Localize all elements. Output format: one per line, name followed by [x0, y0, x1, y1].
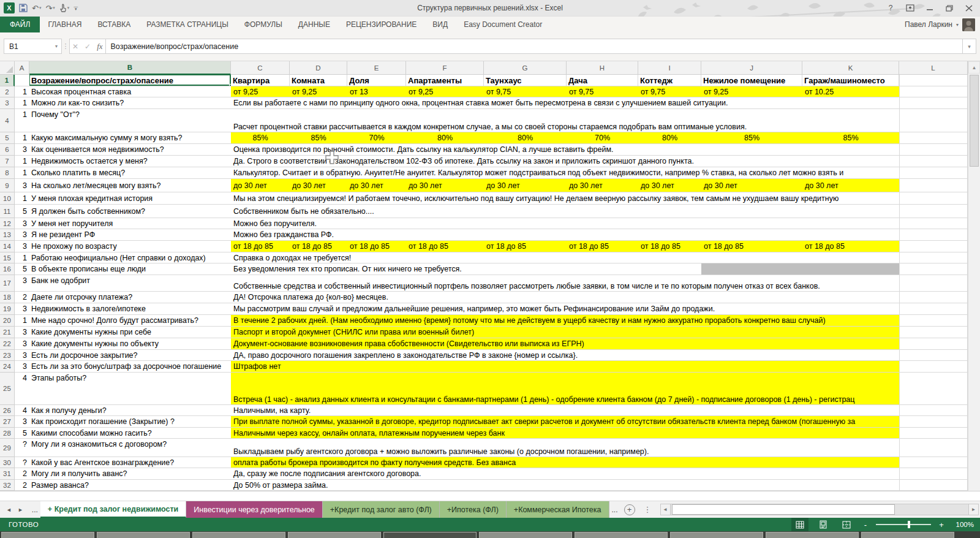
cell-I1[interactable]: Коттедж: [638, 75, 701, 86]
cell-C27[interactable]: При выплате полной суммы, указанной в до…: [231, 416, 899, 428]
cell-L29[interactable]: [899, 439, 968, 457]
cell-C9[interactable]: до 30 лет: [231, 179, 290, 192]
row-header-11[interactable]: 11: [0, 205, 15, 218]
row-header-19[interactable]: 19: [0, 303, 15, 315]
ribbon-tab-вид[interactable]: ВИД: [424, 17, 456, 32]
ribbon-tab-формулы[interactable]: ФОРМУЛЫ: [236, 17, 290, 32]
row-header-23[interactable]: 23: [0, 350, 15, 361]
cell-I2[interactable]: от 9,75: [638, 86, 701, 97]
cell-A32[interactable]: 2: [15, 480, 29, 491]
cell-A7[interactable]: 1: [15, 156, 29, 167]
sheet-tab-4[interactable]: +Коммерческая Ипотека: [507, 501, 609, 518]
cell-L28[interactable]: [899, 428, 968, 439]
cell-G5[interactable]: 80%: [484, 132, 567, 144]
zoom-level[interactable]: 100%: [952, 521, 974, 528]
row-header-26[interactable]: 26: [0, 405, 15, 416]
row-header-6[interactable]: 6: [0, 144, 15, 156]
cell-K9[interactable]: до 30 лет: [802, 179, 899, 192]
horizontal-scroll-thumb[interactable]: [672, 504, 895, 515]
sheet-tab-3[interactable]: +Ипотека (ФЛ): [440, 501, 507, 518]
cell-F5[interactable]: 80%: [406, 132, 484, 144]
cell-A30[interactable]: ?: [15, 457, 29, 468]
cell-A13[interactable]: 3: [15, 229, 29, 241]
row-header-8[interactable]: 8: [0, 167, 15, 179]
cell-H5[interactable]: 70%: [567, 132, 638, 144]
cell-D1[interactable]: Комната: [290, 75, 347, 86]
row-header-10[interactable]: 10: [0, 192, 15, 205]
row-header-28[interactable]: 28: [0, 428, 15, 439]
cell-A6[interactable]: 3: [15, 144, 29, 156]
col-header-A[interactable]: A: [15, 61, 29, 75]
cell-C7[interactable]: Да. Строго в соответствии с законодатель…: [231, 156, 899, 167]
cell-B11[interactable]: Я должен быть собственником?: [29, 205, 231, 218]
cell-I5[interactable]: 80%: [638, 132, 701, 144]
cell-C10[interactable]: Мы на этом специализируемся! И работаем …: [231, 192, 899, 205]
col-header-I[interactable]: I: [638, 61, 701, 75]
taskbar-button[interactable]: [575, 532, 668, 538]
minimize-icon[interactable]: [921, 2, 938, 14]
row-header-31[interactable]: 31: [0, 468, 15, 480]
cell-J16[interactable]: [701, 263, 802, 275]
close-icon[interactable]: [960, 2, 978, 14]
cell-J1[interactable]: Нежилое помещение: [701, 75, 802, 86]
cell-A3[interactable]: 1: [15, 97, 29, 109]
row-header-12[interactable]: 12: [0, 218, 15, 229]
taskbar-button[interactable]: [1, 532, 94, 538]
cell-A1[interactable]: [15, 75, 29, 86]
page-break-view-icon[interactable]: [838, 518, 855, 531]
scroll-left-icon[interactable]: ◄: [660, 504, 671, 515]
cell-B30[interactable]: Какой у вас Агентское вознаграждение?: [29, 457, 231, 468]
cell-A27[interactable]: 3: [15, 416, 29, 428]
cell-H2[interactable]: от 9,75: [567, 86, 638, 97]
cell-L19[interactable]: [899, 303, 968, 315]
row-header-4[interactable]: 4: [0, 109, 15, 132]
cell-B6[interactable]: Как оценивается моя недвижимость?: [29, 144, 231, 156]
row-header-15[interactable]: 15: [0, 252, 15, 263]
cell-F2[interactable]: от 9,25: [406, 86, 484, 97]
worksheet-grid[interactable]: ABCDEFGHIJKL 1Возражение/вопрос/страх/оп…: [0, 61, 968, 491]
cell-B29[interactable]: Могу ли я ознакомиться с договором?: [29, 439, 231, 457]
cell-A17[interactable]: 3: [15, 275, 29, 292]
cell-C26[interactable]: Наличными, на карту.: [231, 405, 899, 416]
add-sheet-icon[interactable]: +: [624, 504, 635, 515]
cell-C11[interactable]: Собственником быть не обязательно....: [231, 205, 899, 218]
cell-E9[interactable]: до 30 лет: [347, 179, 406, 192]
cell-C30[interactable]: оплата работы брокера производится по фа…: [231, 457, 899, 468]
cell-L9[interactable]: [899, 179, 968, 192]
normal-view-icon[interactable]: [791, 518, 809, 531]
cell-C25[interactable]: Встреча (1 час) - анализ данных клиента …: [231, 373, 899, 405]
cell-B19[interactable]: Недвижимость в залоге/ипотеке: [29, 303, 231, 315]
taskbar-button[interactable]: [861, 532, 954, 538]
cell-A22[interactable]: 3: [15, 338, 29, 350]
cell-C23[interactable]: ДА, право досрочного погашения закреплен…: [231, 350, 899, 361]
cell-C24[interactable]: Штрафов нет: [231, 361, 899, 373]
taskbar-button[interactable]: [766, 532, 859, 538]
cell-B7[interactable]: Недвижимость остается у меня?: [29, 156, 231, 167]
cell-C2[interactable]: от 9,25: [231, 86, 290, 97]
cell-A28[interactable]: 5: [15, 428, 29, 439]
cell-B16[interactable]: В объекте прописаны еще люди: [29, 263, 231, 275]
cell-L27[interactable]: [899, 416, 968, 428]
cell-L25[interactable]: [899, 373, 968, 405]
cell-C6[interactable]: Оценка производится по рыночнй стоимости…: [231, 144, 899, 156]
cell-B27[interactable]: Как происходит погашение (Закрытие) ?: [29, 416, 231, 428]
row-header-32[interactable]: 32: [0, 480, 15, 491]
row-header-5[interactable]: 5: [0, 132, 15, 144]
cell-H14[interactable]: от 18 до 85: [567, 241, 638, 252]
cell-C29[interactable]: Выкладываем рыбу агентского договора + м…: [231, 439, 899, 457]
cell-B1[interactable]: Возражение/вопрос/страх/опасение: [29, 75, 231, 86]
cell-L5[interactable]: [899, 132, 968, 144]
cell-C22[interactable]: Документ-основание возникновения права с…: [231, 338, 899, 350]
cell-L13[interactable]: [899, 229, 968, 241]
row-header-22[interactable]: 22: [0, 338, 15, 350]
cell-A14[interactable]: 3: [15, 241, 29, 252]
col-header-G[interactable]: G: [484, 61, 567, 75]
row-header-1[interactable]: 1: [0, 75, 15, 86]
cell-L23[interactable]: [899, 350, 968, 361]
cell-F1[interactable]: Апартаменты: [406, 75, 484, 86]
cell-A5[interactable]: 1: [15, 132, 29, 144]
cell-L3[interactable]: [899, 97, 968, 109]
row-header-24[interactable]: 24: [0, 361, 15, 373]
select-all-corner[interactable]: [0, 61, 15, 75]
cell-J2[interactable]: от 9,25: [701, 86, 802, 97]
